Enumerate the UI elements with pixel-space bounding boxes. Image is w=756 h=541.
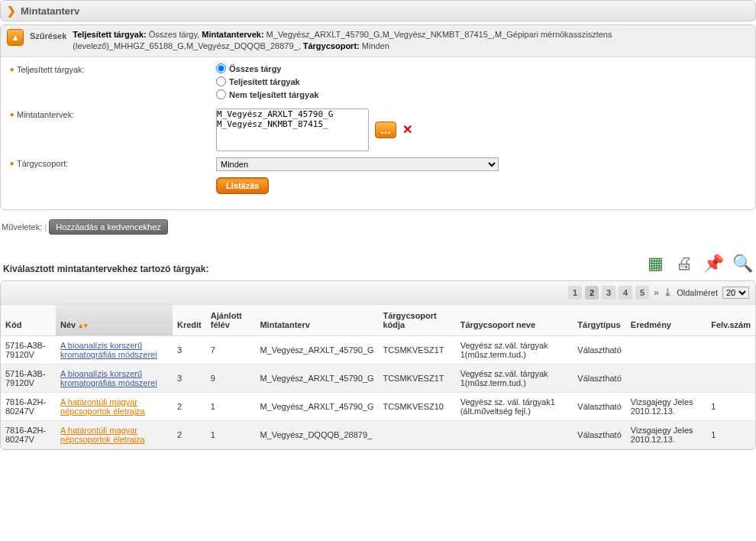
- radio-notdone[interactable]: Nem teljesített tárgyak: [216, 89, 746, 99]
- cell-sem: 1: [206, 420, 256, 449]
- cell-gcode: TCSMKVESZ1T: [378, 364, 455, 392]
- diamond-icon: ◆: [10, 112, 14, 118]
- cell-type: Választható: [573, 335, 625, 364]
- last-page-icon[interactable]: ⤓: [664, 287, 672, 298]
- table-row: 7816-A2H-80247VA határontúli magyar népc…: [1, 420, 755, 449]
- cell-credit: 3: [173, 335, 206, 364]
- cell-felv: [706, 335, 755, 364]
- plans-label: ◆ Mintatantervek:: [10, 109, 216, 119]
- group-select[interactable]: Minden: [216, 157, 499, 171]
- next-page-icon[interactable]: »: [654, 287, 659, 298]
- cell-gname: Vegyész sz. vál. tárgyak1 (ált.műveltség…: [456, 392, 573, 420]
- col-name[interactable]: Név▲▾: [56, 305, 173, 336]
- cell-result: Vizsgajegy Jeles 2010.12.13.: [626, 420, 706, 449]
- cell-code: 7816-A2H-80247V: [1, 392, 56, 420]
- col-sem[interactable]: Ajánlott félév: [206, 305, 256, 336]
- section-title: Kiválasztott mintatantervekhez tartozó t…: [3, 264, 208, 274]
- filter-panel: ▲ Szűrések Teljesített tárgyak: Összes t…: [0, 24, 756, 210]
- cell-plan: M_Vegyész_ARXLT_45790_G: [255, 392, 378, 420]
- cell-plan: M_Vegyész_DQQQB_28879_: [255, 420, 378, 449]
- favorites-button[interactable]: Hozzáadás a kedvencekhez: [49, 219, 168, 235]
- table-row: 5716-A3B-79120VA bioanalízis korszerű kr…: [1, 335, 755, 364]
- col-type[interactable]: Tárgytípus: [573, 305, 625, 336]
- cell-type: Választható: [573, 420, 625, 449]
- cell-gcode: [378, 420, 455, 449]
- page-numbers: 12345: [568, 286, 649, 300]
- pin-icon[interactable]: 📌: [703, 253, 724, 274]
- cell-felv: 1: [706, 420, 755, 449]
- col-result[interactable]: Eredmény: [626, 305, 706, 336]
- radio-all[interactable]: Összes tárgy: [216, 63, 746, 73]
- page-2[interactable]: 2: [585, 286, 599, 300]
- cell-felv: [706, 364, 755, 392]
- cell-gname: [456, 420, 573, 449]
- cell-gcode: TCSMKVESZ10: [378, 392, 455, 420]
- cell-code: 5716-A3B-79120V: [1, 335, 56, 364]
- filter-header: ▲ Szűrések Teljesített tárgyak: Összes t…: [1, 25, 755, 57]
- xls-icon[interactable]: ▦: [645, 253, 666, 274]
- cell-plan: M_Vegyész_ARXLT_45790_G: [255, 364, 378, 392]
- page-5[interactable]: 5: [635, 286, 649, 300]
- print-icon[interactable]: 🖨: [674, 253, 695, 274]
- chevron-right-icon: ❯: [7, 5, 16, 17]
- col-credit[interactable]: Kredit: [173, 305, 206, 336]
- list-button[interactable]: Listázás: [216, 177, 269, 194]
- cell-type: Választható: [573, 364, 625, 392]
- cell-sem: 9: [206, 364, 256, 392]
- clear-icon[interactable]: ✕: [402, 122, 412, 137]
- cell-code: 7816-A2H-80247V: [1, 420, 56, 449]
- cell-credit: 2: [173, 420, 206, 449]
- cell-name: A határontúli magyar népcsoportok életra…: [56, 392, 173, 420]
- cell-result: Vizsgajegy Jeles 2010.12.13.: [626, 392, 706, 420]
- sort-arrow-icon: ▲▾: [77, 322, 88, 329]
- page-4[interactable]: 4: [619, 286, 632, 300]
- filter-summary: Teljesített tárgyak: Összes tárgy, Minta…: [73, 29, 749, 53]
- cell-felv: 1: [706, 392, 755, 420]
- search-icon[interactable]: 🔍: [732, 253, 753, 274]
- collapse-button[interactable]: ▲: [7, 29, 24, 46]
- plans-select[interactable]: M_Vegyész_ARXLT_45790_GM_Vegyész_NKMBT_8…: [216, 109, 369, 151]
- radio-done[interactable]: Teljesített tárgyak: [216, 76, 746, 86]
- cell-sem: 7: [206, 335, 256, 364]
- cell-sem: 1: [206, 392, 256, 420]
- col-felv[interactable]: Felv.szám: [706, 305, 755, 336]
- cell-credit: 2: [173, 392, 206, 420]
- cell-code: 5716-A3B-79120V: [1, 364, 56, 392]
- col-code[interactable]: Kód: [1, 305, 56, 336]
- subject-link[interactable]: A határontúli magyar népcsoportok életra…: [60, 426, 145, 444]
- page-title: Mintatanterv: [21, 5, 79, 17]
- col-gname[interactable]: Tárgycsoport neve: [456, 305, 573, 336]
- group-label: ◆ Tárgycsoport:: [10, 157, 216, 168]
- grid: 12345 » ⤓ Oldalméret 20 Kód Név▲▾ Kredit…: [0, 280, 756, 450]
- cell-credit: 3: [173, 364, 206, 392]
- page-1[interactable]: 1: [568, 286, 582, 300]
- subject-link[interactable]: A bioanalízis korszerű kromatográfiás mó…: [60, 341, 157, 359]
- table-row: 7816-A2H-80247VA határontúli magyar népc…: [1, 392, 755, 420]
- page-3[interactable]: 3: [602, 286, 615, 300]
- completed-label: ◆ Teljesített tárgyak:: [10, 63, 216, 74]
- tool-icons: ▦ 🖨 📌 🔍: [645, 253, 753, 274]
- cell-name: A bioanalízis korszerű kromatográfiás mó…: [56, 335, 173, 364]
- table-row: 5716-A3B-79120VA bioanalízis korszerű kr…: [1, 364, 755, 392]
- more-button[interactable]: …: [375, 121, 396, 138]
- diamond-icon: ◆: [10, 66, 14, 73]
- page-size-select[interactable]: 20: [722, 287, 749, 299]
- cell-plan: M_Vegyész_ARXLT_45790_G: [255, 335, 378, 364]
- page-size-label: Oldalméret: [677, 288, 718, 297]
- subject-link[interactable]: A bioanalízis korszerű kromatográfiás mó…: [60, 369, 157, 387]
- ops-row: Műveletek: | Hozzáadás a kedvencekhez: [0, 215, 756, 239]
- filter-label: Szűrések: [30, 29, 66, 40]
- cell-gname: Vegyész sz.vál. tárgyak 1(műsz.term.tud.…: [456, 364, 573, 392]
- cell-name: A bioanalízis korszerű kromatográfiás mó…: [56, 364, 173, 392]
- cell-result: [626, 335, 706, 364]
- page-header: ❯ Mintatanterv: [0, 0, 756, 21]
- cell-result: [626, 364, 706, 392]
- col-gcode[interactable]: Tárgycsoport kódja: [378, 305, 455, 336]
- pager: 12345 » ⤓ Oldalméret 20: [1, 281, 755, 305]
- cell-type: Választható: [573, 392, 625, 420]
- cell-gcode: TCSMKVESZ1T: [378, 335, 455, 364]
- col-plan[interactable]: Mintatanterv: [255, 305, 378, 336]
- cell-gname: Vegyész sz.vál. tárgyak 1(műsz.term.tud.…: [456, 335, 573, 364]
- subject-link[interactable]: A határontúli magyar népcsoportok életra…: [60, 397, 145, 416]
- diamond-icon: ◆: [10, 160, 14, 167]
